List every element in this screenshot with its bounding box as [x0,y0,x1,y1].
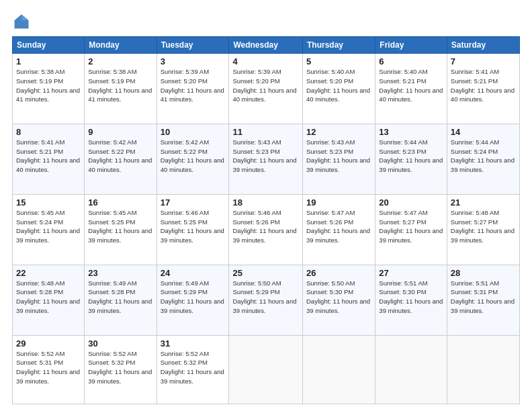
table-cell: 14 Sunrise: 5:44 AM Sunset: 5:24 PM Dayl… [447,124,519,194]
table-cell: 16 Sunrise: 5:45 AM Sunset: 5:25 PM Dayl… [85,194,157,265]
day-number: 25 [232,268,299,278]
day-info: Sunrise: 5:52 AM Sunset: 5:32 PM Dayligh… [161,349,226,386]
col-monday: Monday [85,37,157,54]
table-cell: 31 Sunrise: 5:52 AM Sunset: 5:32 PM Dayl… [157,335,229,404]
table-cell [303,335,375,404]
day-info: Sunrise: 5:50 AM Sunset: 5:30 PM Dayligh… [306,279,371,316]
day-number: 30 [88,338,152,349]
table-cell: 17 Sunrise: 5:46 AM Sunset: 5:25 PM Dayl… [157,194,229,265]
table-cell: 8 Sunrise: 5:41 AM Sunset: 5:21 PM Dayli… [13,124,85,194]
day-number: 21 [451,197,516,208]
day-number: 8 [16,127,81,137]
table-cell: 28 Sunrise: 5:51 AM Sunset: 5:31 PM Dayl… [447,265,519,335]
day-info: Sunrise: 5:46 AM Sunset: 5:25 PM Dayligh… [161,208,226,245]
day-number: 2 [88,56,152,66]
day-number: 18 [232,197,299,208]
day-info: Sunrise: 5:41 AM Sunset: 5:21 PM Dayligh… [16,138,81,175]
day-info: Sunrise: 5:43 AM Sunset: 5:23 PM Dayligh… [306,138,371,175]
day-info: Sunrise: 5:44 AM Sunset: 5:23 PM Dayligh… [379,138,443,175]
col-tuesday: Tuesday [157,37,229,54]
table-cell: 15 Sunrise: 5:45 AM Sunset: 5:24 PM Dayl… [13,194,85,265]
table-cell: 7 Sunrise: 5:41 AM Sunset: 5:21 PM Dayli… [447,54,519,124]
day-number: 23 [88,268,152,278]
day-info: Sunrise: 5:42 AM Sunset: 5:22 PM Dayligh… [88,138,152,175]
day-number: 26 [306,268,371,278]
day-info: Sunrise: 5:46 AM Sunset: 5:26 PM Dayligh… [232,208,299,245]
day-number: 17 [161,197,226,208]
day-info: Sunrise: 5:40 AM Sunset: 5:21 PM Dayligh… [379,67,443,104]
day-number: 4 [232,56,299,66]
table-cell: 1 Sunrise: 5:38 AM Sunset: 5:19 PM Dayli… [13,54,85,124]
table-cell: 19 Sunrise: 5:47 AM Sunset: 5:26 PM Dayl… [303,194,375,265]
day-info: Sunrise: 5:38 AM Sunset: 5:19 PM Dayligh… [88,67,152,104]
table-cell: 4 Sunrise: 5:39 AM Sunset: 5:20 PM Dayli… [229,54,303,124]
table-cell: 3 Sunrise: 5:39 AM Sunset: 5:20 PM Dayli… [157,54,229,124]
day-number: 10 [161,127,226,137]
day-info: Sunrise: 5:48 AM Sunset: 5:27 PM Dayligh… [451,208,516,245]
day-info: Sunrise: 5:49 AM Sunset: 5:28 PM Dayligh… [88,279,152,316]
logo [12,12,34,31]
col-friday: Friday [375,37,447,54]
day-number: 24 [161,268,226,278]
day-info: Sunrise: 5:49 AM Sunset: 5:29 PM Dayligh… [161,279,226,316]
day-number: 5 [306,56,371,66]
header [12,12,520,31]
table-cell: 29 Sunrise: 5:52 AM Sunset: 5:31 PM Dayl… [13,335,85,404]
day-info: Sunrise: 5:39 AM Sunset: 5:20 PM Dayligh… [161,67,226,104]
day-number: 22 [16,268,81,278]
table-cell: 22 Sunrise: 5:48 AM Sunset: 5:28 PM Dayl… [13,265,85,335]
day-info: Sunrise: 5:52 AM Sunset: 5:32 PM Dayligh… [88,349,152,386]
table-cell: 21 Sunrise: 5:48 AM Sunset: 5:27 PM Dayl… [447,194,519,265]
col-wednesday: Wednesday [229,37,303,54]
col-saturday: Saturday [447,37,519,54]
day-number: 12 [306,127,371,137]
table-cell: 10 Sunrise: 5:42 AM Sunset: 5:22 PM Dayl… [157,124,229,194]
day-number: 7 [451,56,516,66]
day-info: Sunrise: 5:47 AM Sunset: 5:26 PM Dayligh… [306,208,371,245]
day-number: 27 [379,268,443,278]
logo-icon [12,12,31,31]
table-cell [229,335,303,404]
day-number: 13 [379,127,443,137]
table-cell: 5 Sunrise: 5:40 AM Sunset: 5:20 PM Dayli… [303,54,375,124]
day-number: 31 [161,338,226,349]
day-info: Sunrise: 5:45 AM Sunset: 5:24 PM Dayligh… [16,208,81,245]
day-number: 1 [16,56,81,66]
day-info: Sunrise: 5:51 AM Sunset: 5:30 PM Dayligh… [379,279,443,316]
table-cell [447,335,519,404]
day-number: 6 [379,56,443,66]
table-cell: 2 Sunrise: 5:38 AM Sunset: 5:19 PM Dayli… [85,54,157,124]
day-number: 29 [16,338,81,349]
col-thursday: Thursday [303,37,375,54]
day-number: 19 [306,197,371,208]
table-cell: 25 Sunrise: 5:50 AM Sunset: 5:29 PM Dayl… [229,265,303,335]
col-sunday: Sunday [13,37,85,54]
day-info: Sunrise: 5:38 AM Sunset: 5:19 PM Dayligh… [16,67,81,104]
day-number: 28 [451,268,516,278]
day-info: Sunrise: 5:43 AM Sunset: 5:23 PM Dayligh… [232,138,299,175]
calendar-header-row: Sunday Monday Tuesday Wednesday Thursday… [13,37,520,54]
table-cell: 20 Sunrise: 5:47 AM Sunset: 5:27 PM Dayl… [375,194,447,265]
day-info: Sunrise: 5:42 AM Sunset: 5:22 PM Dayligh… [161,138,226,175]
day-number: 11 [232,127,299,137]
day-info: Sunrise: 5:48 AM Sunset: 5:28 PM Dayligh… [16,279,81,316]
table-cell: 26 Sunrise: 5:50 AM Sunset: 5:30 PM Dayl… [303,265,375,335]
table-cell: 30 Sunrise: 5:52 AM Sunset: 5:32 PM Dayl… [85,335,157,404]
table-cell: 18 Sunrise: 5:46 AM Sunset: 5:26 PM Dayl… [229,194,303,265]
page: Sunday Monday Tuesday Wednesday Thursday… [0,0,532,411]
day-number: 3 [161,56,226,66]
table-cell: 9 Sunrise: 5:42 AM Sunset: 5:22 PM Dayli… [85,124,157,194]
table-cell: 27 Sunrise: 5:51 AM Sunset: 5:30 PM Dayl… [375,265,447,335]
day-info: Sunrise: 5:41 AM Sunset: 5:21 PM Dayligh… [451,67,516,104]
day-number: 15 [16,197,81,208]
table-cell: 6 Sunrise: 5:40 AM Sunset: 5:21 PM Dayli… [375,54,447,124]
calendar-table: Sunday Monday Tuesday Wednesday Thursday… [12,36,520,404]
svg-marker-1 [21,15,29,21]
day-info: Sunrise: 5:44 AM Sunset: 5:24 PM Dayligh… [451,138,516,175]
table-cell: 23 Sunrise: 5:49 AM Sunset: 5:28 PM Dayl… [85,265,157,335]
day-info: Sunrise: 5:52 AM Sunset: 5:31 PM Dayligh… [16,349,81,386]
day-number: 9 [88,127,152,137]
day-info: Sunrise: 5:39 AM Sunset: 5:20 PM Dayligh… [232,67,299,104]
day-number: 20 [379,197,443,208]
table-cell [375,335,447,404]
